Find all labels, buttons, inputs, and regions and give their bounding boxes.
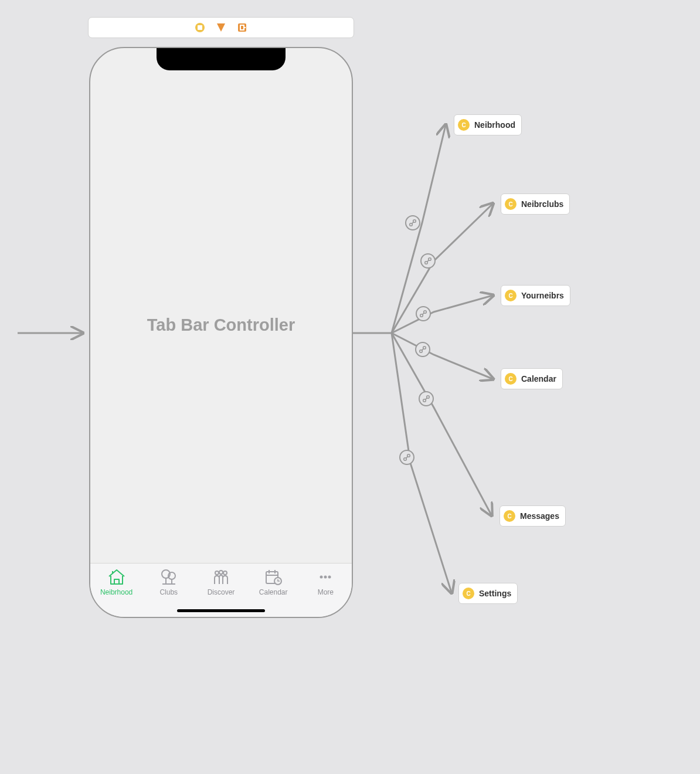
chip-label: Messages (520, 511, 559, 521)
svg-point-30 (320, 576, 323, 579)
svg-line-19 (406, 457, 408, 459)
svg-line-16 (426, 398, 427, 400)
destination-settings[interactable]: C Settings (458, 583, 518, 604)
controller-circle-icon: C (505, 198, 516, 210)
chip-label: Settings (479, 589, 511, 598)
segue-node (415, 342, 430, 357)
segue-node (420, 253, 436, 269)
tab-label: Calendar (259, 588, 288, 596)
tab-discover[interactable]: Discover (198, 568, 244, 596)
tab-label: Neibrhood (100, 588, 132, 596)
storyboard-ref-icon[interactable] (237, 22, 247, 33)
home-indicator (177, 609, 265, 612)
scene-toolbar (88, 17, 354, 38)
segue-node (405, 215, 420, 230)
destination-yourneibrs[interactable]: C Yourneibrs (501, 285, 570, 306)
calendar-icon (263, 568, 283, 586)
controller-circle-icon: C (458, 119, 470, 131)
svg-line-4 (412, 222, 414, 224)
svg-point-27 (223, 571, 227, 575)
tab-bar-controller-scene[interactable]: Tab Bar Controller Neibrhood Clubs (89, 47, 353, 618)
tab-label: Clubs (159, 588, 178, 596)
scene-title: Tab Bar Controller (90, 315, 352, 335)
phone-notch (157, 47, 286, 70)
tab-neibrhood[interactable]: Neibrhood (93, 568, 140, 596)
segue-node (416, 306, 431, 321)
people-icon (211, 568, 231, 586)
destination-neibrhood[interactable]: C Neibrhood (454, 114, 522, 135)
chip-label: Calendar (521, 374, 556, 383)
svg-point-25 (215, 571, 219, 575)
first-responder-icon[interactable] (195, 22, 205, 33)
exit-icon[interactable] (216, 22, 226, 33)
tab-clubs[interactable]: Clubs (145, 568, 192, 596)
house-icon (107, 568, 127, 586)
tab-label: More (318, 588, 334, 596)
controller-circle-icon: C (505, 373, 516, 385)
controller-circle-icon: C (463, 588, 474, 599)
svg-point-26 (219, 571, 223, 574)
chip-label: Neibrclubs (521, 199, 563, 209)
destination-neibrclubs[interactable]: C Neibrclubs (501, 193, 570, 215)
controller-circle-icon: C (504, 510, 515, 522)
chip-label: Neibrhood (474, 120, 515, 130)
tab-calendar[interactable]: Calendar (250, 568, 297, 596)
svg-line-7 (427, 260, 429, 262)
more-dots-icon (315, 568, 335, 586)
svg-line-13 (422, 349, 424, 351)
destination-messages[interactable]: C Messages (499, 505, 566, 527)
segue-node (419, 391, 434, 406)
svg-point-31 (324, 576, 327, 579)
svg-rect-21 (198, 25, 202, 30)
tree-icon (159, 568, 179, 586)
chip-label: Yourneibrs (521, 291, 564, 300)
svg-line-10 (423, 313, 424, 315)
tab-more[interactable]: More (302, 568, 349, 596)
controller-circle-icon: C (505, 290, 516, 301)
svg-point-32 (328, 576, 331, 579)
destination-calendar[interactable]: C Calendar (501, 368, 563, 389)
tab-label: Discover (208, 588, 235, 596)
segue-node (399, 450, 414, 465)
